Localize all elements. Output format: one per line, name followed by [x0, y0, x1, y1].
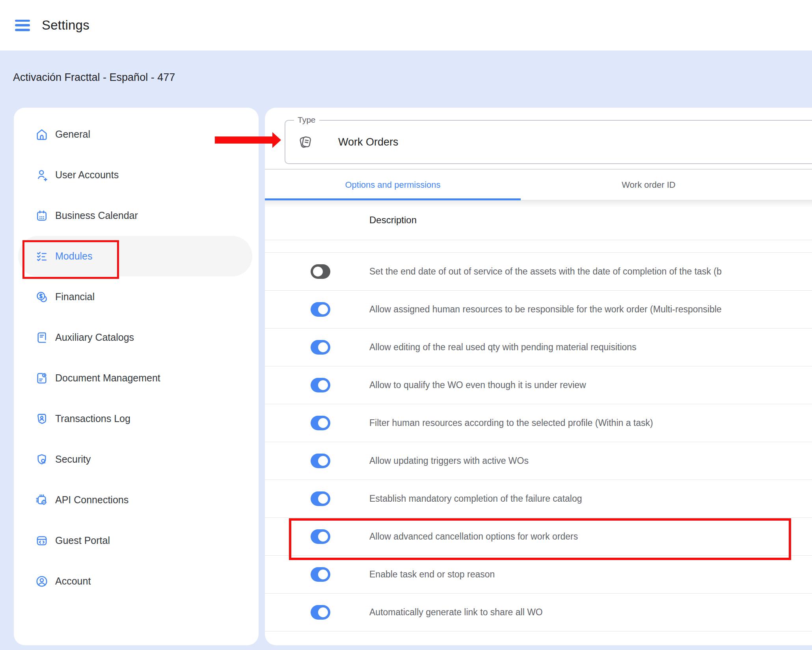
user-plus-icon — [35, 168, 49, 182]
table-row: Allow assigned human resources to be res… — [265, 291, 812, 329]
sidebar-item-financial[interactable]: Financial — [14, 276, 259, 317]
toggle-switch[interactable] — [311, 302, 330, 317]
sidebar-item-modules[interactable]: Modules — [18, 236, 252, 276]
toggle-switch[interactable] — [311, 340, 330, 355]
table-empty-row — [265, 240, 812, 253]
toggle-switch[interactable] — [311, 491, 330, 506]
permission-description: Allow editing of the real used qty with … — [369, 342, 637, 353]
permission-description: Allow updating triggers with active WOs — [369, 456, 529, 466]
permission-description: Allow advanced cancellation options for … — [369, 531, 578, 542]
chip-gear-icon — [35, 493, 49, 507]
checklist-icon — [35, 249, 49, 263]
sidebar-item-label: Business Calendar — [55, 210, 138, 221]
permission-description: Allow to qualify the WO even though it i… — [369, 380, 586, 390]
company-subtitle: Activación Fracttal - Español - 477 — [13, 71, 175, 84]
sidebar-item-api-connections[interactable]: API Connections — [14, 480, 259, 520]
permission-description: Set the end date of out of service of th… — [369, 266, 722, 277]
document-clock-icon — [35, 371, 49, 385]
permission-description: Enable task end or stop reason — [369, 569, 495, 580]
tab-work-order-id[interactable]: Work order ID — [521, 170, 777, 200]
table-row-advanced-cancellation: Allow advanced cancellation options for … — [265, 518, 812, 556]
sidebar-item-user-accounts[interactable]: User Accounts — [14, 155, 259, 195]
toggle-switch[interactable] — [311, 567, 330, 582]
settings-screen: Settings Activación Fracttal - Español -… — [0, 0, 812, 650]
sidebar-item-label: Modules — [55, 250, 93, 262]
toggle-switch[interactable] — [311, 454, 330, 468]
sidebar-item-list: General User Accounts Business Calendar … — [14, 114, 259, 601]
permission-description: Automatically generate link to share all… — [369, 607, 543, 618]
sidebar-item-label: Account — [55, 575, 91, 587]
calendar-icon — [35, 209, 49, 223]
sidebar-item-transactions-log[interactable]: Transactions Log — [14, 398, 259, 439]
toggle-switch[interactable] — [311, 378, 330, 392]
shield-icon — [35, 452, 49, 467]
sidebar-item-label: Security — [55, 454, 91, 465]
table-row: Set the end date of out of service of th… — [265, 253, 812, 291]
permission-description: Filter human resources according to the … — [369, 418, 653, 428]
table-row: Allow to qualify the WO even though it i… — [265, 366, 812, 404]
sidebar-item-account[interactable]: Account — [14, 561, 259, 601]
table-row: Establish mandatory completion of the fa… — [265, 480, 812, 518]
toggle-switch[interactable] — [311, 605, 330, 620]
page-title: Settings — [42, 18, 89, 33]
table-row: Automatically generate link to share all… — [265, 594, 812, 631]
sidebar-item-label: Document Management — [55, 372, 160, 384]
dollar-coins-icon — [35, 290, 49, 304]
module-settings-panel: Type Work Orders Options and permissions… — [265, 108, 812, 645]
sidebar-item-general[interactable]: General — [14, 114, 259, 155]
type-section: Type Work Orders — [265, 108, 812, 170]
sidebar-item-label: Guest Portal — [55, 535, 110, 546]
work-orders-icon — [296, 133, 315, 151]
permission-description: Establish mandatory completion of the fa… — [369, 493, 582, 504]
toggle-switch[interactable] — [311, 264, 330, 279]
book-icon — [35, 331, 49, 345]
type-field[interactable]: Type Work Orders — [285, 120, 812, 164]
top-app-bar: Settings — [0, 0, 812, 50]
sidebar-item-auxiliary-catalogs[interactable]: Auxiliary Catalogs — [14, 317, 259, 358]
hamburger-menu-icon[interactable] — [15, 20, 30, 31]
permission-description: Allow assigned human resources to be res… — [369, 304, 722, 315]
sidebar-item-label: Auxiliary Catalogs — [55, 332, 134, 343]
browser-code-icon — [35, 534, 49, 548]
table-row: Allow updating triggers with active WOs — [265, 442, 812, 480]
sidebar-item-label: General — [55, 129, 90, 140]
sidebar-item-label: API Connections — [55, 494, 129, 506]
sidebar-item-security[interactable]: Security — [14, 439, 259, 480]
badge-person-icon — [35, 412, 49, 426]
sidebar-item-label: Financial — [55, 291, 95, 303]
home-icon — [35, 127, 49, 142]
table-row: Allow editing of the real used qty with … — [265, 329, 812, 366]
sidebar-item-document-management[interactable]: Document Management — [14, 358, 259, 398]
type-field-label: Type — [294, 115, 319, 125]
tab-options-and-permissions[interactable]: Options and permissions — [265, 170, 521, 200]
toggle-switch[interactable] — [311, 416, 330, 430]
person-circle-icon — [35, 574, 49, 588]
sidebar-item-label: User Accounts — [55, 169, 119, 181]
sidebar-item-label: Transactions Log — [55, 413, 130, 424]
description-column-header: Description — [369, 215, 417, 226]
table-row: Enable task end or stop reason — [265, 556, 812, 594]
type-field-value: Work Orders — [338, 136, 399, 148]
sidebar-item-business-calendar[interactable]: Business Calendar — [14, 195, 259, 236]
settings-sidebar: General User Accounts Business Calendar … — [14, 108, 259, 645]
sidebar-item-guest-portal[interactable]: Guest Portal — [14, 520, 259, 561]
tab-bar: Options and permissions Work order ID — [265, 170, 812, 200]
table-row: Filter human resources according to the … — [265, 404, 812, 442]
toggle-switch[interactable] — [311, 529, 330, 544]
